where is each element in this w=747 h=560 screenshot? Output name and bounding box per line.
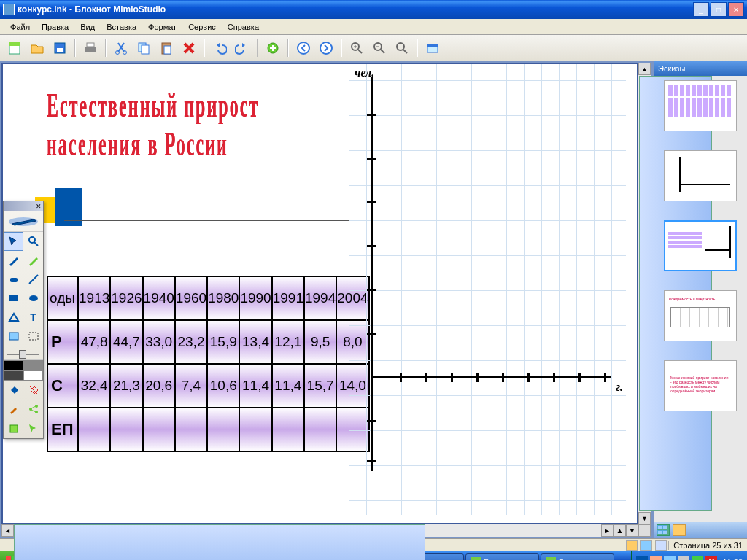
status-icon-3[interactable]	[655, 540, 667, 551]
arrow-tool-icon[interactable]	[23, 419, 43, 438]
svg-rect-11	[164, 46, 171, 54]
menu-format[interactable]: Формат	[142, 21, 182, 33]
page-up-icon[interactable]: ▲	[614, 524, 626, 537]
canvas[interactable]: Естественный прирост населения в России …	[1, 63, 638, 524]
more-tool-icon[interactable]	[4, 419, 23, 438]
scroll-up-icon[interactable]: ▲	[638, 63, 651, 75]
scroll-right-icon[interactable]: ►	[601, 524, 614, 537]
highlighter-tool-icon[interactable]	[23, 251, 43, 270]
row-r: Р	[47, 320, 78, 364]
minimize-button[interactable]: _	[693, 2, 709, 17]
zoom-in-icon[interactable]	[347, 38, 367, 58]
h-scrollbar[interactable]: ◄ ► ▲ ▼	[1, 524, 651, 537]
pen-preview	[4, 211, 43, 232]
line-tool-icon[interactable]	[23, 270, 43, 289]
print-icon[interactable]	[80, 38, 101, 58]
svg-rect-30	[29, 332, 38, 340]
maximize-button[interactable]: □	[711, 2, 727, 17]
lang-indicator[interactable]: RU	[636, 556, 648, 560]
palette-close-icon[interactable]: ✕	[4, 201, 43, 211]
thumbnail-25[interactable]	[664, 220, 737, 271]
data-table: оды 1913 1926 1940 1960 1980 1990 1991 1…	[47, 276, 370, 452]
task-6[interactable]: Безымянны...	[465, 553, 539, 560]
h-scroll-thumb[interactable]	[14, 524, 425, 560]
status-icon-1[interactable]	[626, 540, 638, 551]
capture-tool-icon[interactable]	[23, 327, 43, 346]
v-scrollbar[interactable]: ▲ ▼	[638, 63, 651, 524]
open-icon[interactable]	[27, 38, 47, 58]
tray-icon-3[interactable]	[678, 556, 689, 560]
color-gray[interactable]	[23, 360, 43, 370]
tray-icon-2[interactable]	[664, 556, 676, 560]
svg-rect-26	[10, 278, 18, 282]
save-icon[interactable]	[50, 38, 70, 58]
thumbnail-24[interactable]	[664, 150, 737, 201]
zoom-fit-icon[interactable]	[392, 38, 412, 58]
color-dark[interactable]	[4, 370, 23, 381]
svg-point-25	[29, 237, 35, 243]
toolbar	[0, 35, 747, 61]
menu-insert[interactable]: Вставка	[101, 21, 142, 33]
svg-rect-9	[142, 45, 149, 54]
zoom-out-icon[interactable]	[369, 38, 390, 58]
color-white[interactable]	[23, 370, 43, 381]
tray-icon-5[interactable]: K	[705, 556, 717, 560]
zoom-tool-icon[interactable]	[23, 232, 43, 251]
status-icon-2[interactable]	[640, 540, 652, 551]
thumbnail-23[interactable]	[664, 80, 737, 131]
delete-icon[interactable]	[179, 38, 199, 58]
page-down-icon[interactable]: ▼	[626, 524, 638, 537]
thumbnail-27[interactable]: Механический прирост населения - это раз…	[664, 360, 737, 411]
pen-tool-icon[interactable]	[4, 251, 23, 270]
tools-palette[interactable]: ✕ T	[3, 201, 44, 439]
svg-rect-20	[6, 556, 11, 560]
copy-icon[interactable]	[133, 38, 154, 58]
color-black[interactable]	[4, 360, 23, 370]
graph-area: чел. г.	[349, 63, 626, 515]
select-tool-icon[interactable]	[4, 232, 23, 251]
new-icon[interactable]	[4, 38, 25, 58]
stroke-slider[interactable]	[4, 346, 43, 360]
svg-rect-29	[9, 332, 18, 340]
prev-page-icon[interactable]	[293, 38, 314, 58]
triangle-tool-icon[interactable]	[4, 308, 23, 327]
app-icon	[3, 4, 15, 15]
tray-icon-1[interactable]	[650, 556, 662, 560]
x-axis-label: г.	[616, 381, 623, 394]
undo-icon[interactable]	[209, 38, 230, 58]
paste-icon[interactable]	[156, 38, 177, 58]
folder-view-icon[interactable]	[673, 524, 686, 536]
menu-tools[interactable]: Сервис	[182, 21, 222, 33]
next-page-icon[interactable]	[316, 38, 336, 58]
rect-tool-icon[interactable]	[4, 289, 23, 308]
menu-edit[interactable]: Правка	[36, 21, 74, 33]
close-button[interactable]: ✕	[728, 2, 744, 17]
fill-tool-icon[interactable]	[4, 381, 23, 400]
tray-icon-4[interactable]	[692, 556, 703, 560]
grid-view-icon[interactable]	[657, 524, 670, 536]
remove-fill-icon[interactable]	[23, 381, 43, 400]
canvas-wrap: Естественный прирост населения в России …	[0, 61, 652, 538]
task-7[interactable]: Безымянны...	[541, 553, 614, 560]
scroll-left-icon[interactable]: ◄	[1, 524, 14, 537]
menu-view[interactable]: Вид	[74, 21, 101, 33]
text-tool-icon[interactable]: T	[23, 308, 43, 327]
window-title: конкурс.ink - Блокнот MimioStudio	[18, 4, 692, 15]
thumbnail-26[interactable]: Рождаемость и смертность	[664, 290, 737, 341]
image-tool-icon[interactable]	[4, 327, 23, 346]
eyedropper-icon[interactable]	[4, 400, 23, 419]
cut-icon[interactable]	[111, 38, 131, 58]
scroll-down-icon[interactable]: ▼	[638, 512, 651, 524]
svg-rect-1	[9, 42, 20, 46]
ellipse-tool-icon[interactable]	[23, 289, 43, 308]
fullscreen-icon[interactable]	[422, 38, 443, 58]
redo-icon[interactable]	[232, 38, 252, 58]
share-icon[interactable]	[23, 400, 43, 419]
col-years: оды	[47, 276, 78, 320]
menu-file[interactable]: Файл	[4, 21, 36, 33]
menu-help[interactable]: Справка	[222, 21, 265, 33]
eraser-tool-icon[interactable]	[4, 270, 23, 289]
svg-rect-4	[85, 47, 96, 52]
main-area: Естественный прирост населения в России …	[0, 61, 747, 538]
add-page-icon[interactable]	[263, 38, 283, 58]
